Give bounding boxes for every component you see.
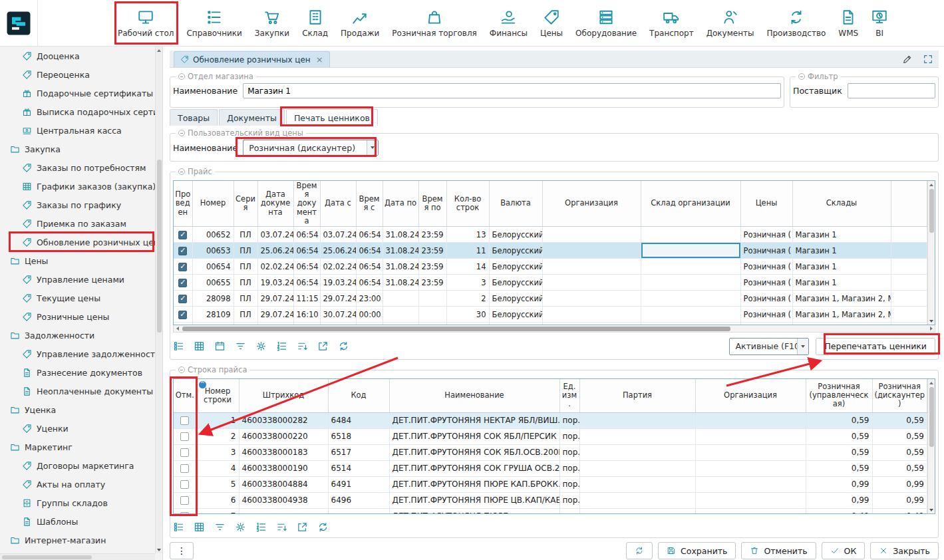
- nav-item[interactable]: Финансы: [490, 9, 528, 38]
- collapse-icon[interactable]: [178, 168, 185, 175]
- sidebar-item[interactable]: Цены: [0, 251, 155, 270]
- toolbar-icon[interactable]: [338, 341, 349, 352]
- toolbar-icon[interactable]: [255, 521, 267, 533]
- more-actions-button[interactable]: ⋮: [170, 542, 194, 559]
- nav-item[interactable]: Рабочий стол: [118, 9, 174, 38]
- nav-item[interactable]: WMS: [838, 9, 858, 38]
- price-line-row[interactable]: 3 4600338000183 6517 ДЕТ.ПИТ.ФРУТОНЯНЯ С…: [174, 444, 927, 460]
- nav-item[interactable]: Производство: [766, 9, 826, 38]
- row-checkbox[interactable]: [178, 279, 187, 287]
- sidebar-item[interactable]: Договоры маркетинга: [0, 456, 155, 475]
- sidebar-item[interactable]: Управление задолженностям: [0, 345, 155, 363]
- nav-item[interactable]: Склад: [302, 9, 328, 38]
- collapse-icon[interactable]: [798, 73, 805, 80]
- sidebar-item[interactable]: Заказы по потребностям: [0, 158, 155, 177]
- price-line-row[interactable]: 7 ДЕТ.ПИТ.ФРУТОНЯНЯ ПЮРЕ 0,49 0,49: [174, 508, 927, 513]
- scroll-left-icon[interactable]: [174, 325, 181, 332]
- sidebar-vscrollbar[interactable]: [155, 47, 162, 553]
- scrollbar-thumb[interactable]: [929, 189, 934, 233]
- sidebar-item[interactable]: Текущие цены: [0, 289, 155, 307]
- nav-item[interactable]: Транспорт: [649, 9, 694, 38]
- edit-icon[interactable]: [902, 54, 913, 65]
- scroll-up-icon[interactable]: [928, 181, 935, 188]
- scrollbar-thumb[interactable]: [2, 555, 92, 559]
- row-checkbox[interactable]: [178, 295, 187, 303]
- scrollbar-thumb[interactable]: [157, 160, 162, 333]
- sidebar-item[interactable]: Неоплаченные документы: [0, 382, 155, 400]
- mark-checkbox[interactable]: [180, 432, 189, 441]
- sidebar-item[interactable]: Подарочные сертификаты: [0, 84, 155, 102]
- nav-item[interactable]: Продажи: [341, 9, 379, 38]
- toolbar-icon[interactable]: [276, 341, 287, 352]
- tab[interactable]: Печать ценников: [286, 109, 378, 126]
- mark-checkbox[interactable]: [180, 464, 189, 473]
- mark-checkbox[interactable]: [180, 496, 189, 505]
- toolbar-icon[interactable]: [317, 341, 329, 352]
- nav-item[interactable]: BI: [871, 9, 888, 38]
- cancel-button[interactable]: Отменить: [741, 542, 816, 559]
- nav-item[interactable]: Оборудование: [575, 9, 637, 38]
- sidebar-item[interactable]: Маркетинг: [0, 438, 155, 456]
- ok-button[interactable]: ОК: [822, 542, 865, 559]
- toolbar-icon[interactable]: [214, 521, 226, 533]
- sidebar-item[interactable]: Группы складов: [0, 493, 155, 512]
- sidebar-item[interactable]: Уценки: [0, 419, 155, 438]
- toolbar-icon[interactable]: [194, 521, 205, 533]
- price-row[interactable]: 28119 ПЛ 28.07.24 12:08 28.07.24 12:04: [174, 323, 927, 325]
- mark-checkbox[interactable]: [180, 448, 189, 457]
- sidebar-item[interactable]: Акты на оплату: [0, 475, 155, 493]
- scroll-right-icon[interactable]: [927, 325, 935, 332]
- status-filter-select[interactable]: Активные (F10): [729, 338, 809, 355]
- close-button[interactable]: Закрыть: [870, 542, 939, 559]
- sidebar-item[interactable]: Переоценка: [0, 65, 155, 84]
- supplier-input[interactable]: [848, 83, 935, 98]
- sidebar-item[interactable]: Дооценка: [0, 47, 155, 65]
- scroll-down-icon[interactable]: [928, 317, 935, 325]
- row-checkbox[interactable]: [178, 263, 187, 271]
- price-row[interactable]: 00653 ПЛ 25.06.24 06:54 25.06.24 06:54 3…: [174, 243, 927, 259]
- sidebar-item[interactable]: Уценка: [0, 400, 155, 419]
- sidebar-item[interactable]: Интернет-магазин: [0, 531, 155, 549]
- sidebar-item[interactable]: Задолженности: [0, 326, 155, 345]
- scroll-down-icon[interactable]: [156, 546, 162, 553]
- price-line-row[interactable]: 5 4600338004884 6491 ДЕТ.ПИТ.ФРУТОНЯНЯ П…: [174, 476, 927, 492]
- toolbar-icon[interactable]: [317, 521, 329, 533]
- expand-icon[interactable]: [923, 54, 933, 65]
- scroll-up-icon[interactable]: [156, 47, 162, 54]
- price-table-vscrollbar[interactable]: [927, 181, 935, 325]
- reprint-labels-button[interactable]: Перепечатать ценники: [816, 338, 935, 355]
- price-line-row[interactable]: 4 4600338000190 6514 ДЕТ.ПИТ.ФРУТОНЯНЯ С…: [174, 460, 927, 476]
- toolbar-icon[interactable]: [297, 341, 308, 352]
- sidebar-hscrollbar[interactable]: [0, 553, 155, 560]
- toolbar-icon[interactable]: [255, 341, 267, 352]
- toolbar-icon[interactable]: [214, 341, 226, 352]
- sidebar-item[interactable]: Обновление розничных цен: [0, 233, 155, 251]
- toolbar-icon[interactable]: [194, 341, 205, 352]
- sidebar-item[interactable]: Выписка подарочных сертиф: [0, 102, 155, 121]
- mark-checkbox[interactable]: [180, 416, 189, 425]
- collapse-icon[interactable]: [178, 130, 185, 136]
- nav-item[interactable]: Справочники: [186, 9, 241, 38]
- lines-table-vscrollbar[interactable]: [927, 379, 935, 513]
- toolbar-icon[interactable]: [173, 521, 184, 533]
- tab[interactable]: Товары: [170, 109, 218, 126]
- price-row[interactable]: 28109 ПЛ 29.07.24 16:10 30.07.24 00:00: [174, 307, 927, 323]
- scroll-up-icon[interactable]: [928, 379, 935, 386]
- mark-checkbox[interactable]: [180, 512, 189, 513]
- collapse-icon[interactable]: [178, 366, 185, 373]
- price-row[interactable]: 00652 ПЛ 03.07.24 06:54 03.07.24 06:54 3…: [174, 227, 927, 243]
- price-line-row[interactable]: 6 4600338004938 6496 ДЕТ.ПИТ.ФРУТОНЯНЯ П…: [174, 492, 927, 508]
- store-name-input[interactable]: [243, 83, 781, 98]
- refresh-button[interactable]: [626, 542, 653, 559]
- nav-item[interactable]: Розничная торговля: [392, 9, 476, 38]
- sidebar-item[interactable]: Шаблоны: [0, 512, 155, 531]
- price-row[interactable]: 00655 ПЛ 19.03.24 06:54 19.03.24 06:54 3…: [174, 275, 927, 291]
- sidebar-item[interactable]: Управление ценами: [0, 270, 155, 289]
- price-row[interactable]: 00654 ПЛ 02.02.24 06:54 02.02.24 06:54 3…: [174, 259, 927, 275]
- row-checkbox[interactable]: [178, 231, 187, 239]
- price-line-row[interactable]: 2 4600338000220 6518 ДЕТ.ПИТ.ФРУТОНЯНЯ С…: [174, 428, 927, 444]
- collapse-icon[interactable]: [178, 73, 185, 80]
- row-checkbox[interactable]: [178, 311, 187, 319]
- scrollbar-thumb[interactable]: [929, 387, 934, 447]
- nav-item[interactable]: Документы: [707, 9, 754, 38]
